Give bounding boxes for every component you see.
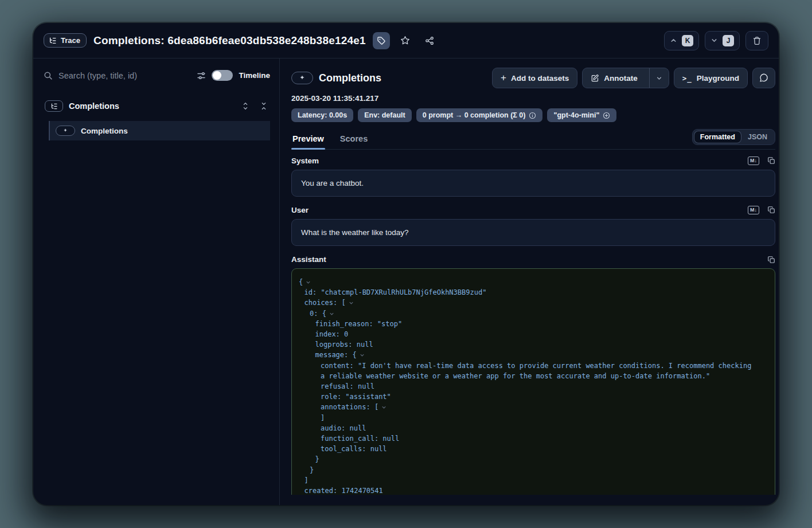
tab-preview[interactable]: Preview (291, 131, 325, 149)
toggle-knob (213, 71, 221, 80)
json-line: function_call: null (299, 433, 752, 444)
add-to-datasets-button[interactable]: + Add to datasets (492, 68, 577, 88)
json-line: ] (299, 475, 752, 486)
page-title: Completions: 6dea86b6feae03db538e248b38e… (93, 34, 366, 47)
plus-circle-icon (603, 112, 610, 119)
json-line: choices: [ (299, 298, 752, 308)
collapse-chevron-icon[interactable] (306, 280, 311, 285)
observation-timestamp: 2025-03-20 11:35:41.217 (291, 94, 775, 103)
share-button[interactable] (421, 32, 438, 49)
tree-controls (240, 101, 269, 111)
latency-badge: Latency: 0.00s (291, 108, 353, 122)
prev-trace-button[interactable]: K (664, 31, 699, 50)
info-icon (529, 112, 536, 119)
shortcut-key-k: K (682, 35, 693, 46)
json-line: { (299, 277, 752, 287)
json-line: created: 1742470541 (299, 486, 752, 495)
tag-icon (377, 36, 386, 45)
json-line: id: "chatcmpl-BD7XRulRhULb7NjGfeOkhN3BB9… (299, 287, 752, 298)
tree-children: Completions (49, 121, 270, 140)
next-trace-button[interactable]: J (705, 31, 740, 50)
trace-badge-label: Trace (61, 36, 80, 45)
annotate-button[interactable]: Annotate (583, 68, 645, 88)
tree-root-label: Completions (69, 101, 119, 111)
user-message-box: What is the weather like today? (291, 219, 775, 246)
filter-sliders-icon[interactable] (197, 71, 206, 80)
model-badge[interactable]: "gpt-4o-mini" (547, 108, 616, 122)
star-icon (400, 36, 410, 45)
plus-icon: + (501, 73, 506, 83)
tabs-row: Preview Scores Formatted JSON (291, 129, 775, 150)
view-mode-json[interactable]: JSON (742, 131, 773, 143)
playground-button[interactable]: >_ Playground (674, 68, 748, 88)
tree-root-row[interactable]: Completions (44, 98, 270, 114)
timeline-toggle[interactable] (212, 70, 233, 81)
detail-scroll-area[interactable]: Completions + Add to datasets (280, 58, 779, 495)
markdown-toggle-icon[interactable]: M↓ (748, 206, 759, 214)
expand-all-icon[interactable] (240, 101, 251, 111)
view-mode-formatted[interactable]: Formatted (694, 131, 741, 143)
json-line: audio: null (299, 423, 752, 433)
header-actions: + Add to datasets (492, 68, 775, 88)
view-mode-toggle: Formatted JSON (692, 129, 775, 145)
topbar-actions: K J (664, 31, 768, 50)
collapse-chevron-icon[interactable] (349, 300, 354, 306)
system-section-header: System M↓ (291, 157, 775, 165)
token-usage-badge[interactable]: 0 prompt → 0 completion (Σ 0) (416, 108, 543, 122)
tab-scores[interactable]: Scores (339, 131, 369, 149)
timeline-label: Timeline (239, 71, 270, 80)
collapse-chevron-icon[interactable] (360, 353, 365, 358)
json-line: index: 0 (299, 329, 752, 339)
sidebar-search-row: Timeline (44, 70, 270, 81)
detail-header: Completions + Add to datasets (291, 68, 775, 88)
tree-icon (49, 37, 57, 45)
comments-button[interactable] (752, 68, 775, 88)
json-line: } (299, 454, 752, 464)
star-button[interactable] (397, 32, 414, 49)
shortcut-key-j: J (723, 35, 734, 46)
search-input[interactable] (58, 71, 191, 80)
json-line: content: "I don't have real-time data ac… (299, 361, 752, 381)
section-title-assistant: Assistant (291, 255, 326, 264)
environment-badge: Env: default (358, 108, 412, 122)
trash-icon (752, 36, 762, 45)
json-line: finish_reason: "stop" (299, 319, 752, 329)
user-section-header: User M↓ (291, 206, 775, 214)
collapse-chevron-icon[interactable] (329, 311, 334, 316)
json-line: refusal: null (299, 381, 752, 392)
json-line: message: { (299, 350, 752, 360)
observation-detail-panel: Completions + Add to datasets (280, 58, 779, 505)
markdown-toggle-icon[interactable]: M↓ (748, 157, 759, 165)
collapse-chevron-icon[interactable] (381, 405, 387, 410)
section-title-user: User (291, 206, 309, 214)
app-window: Trace Completions: 6dea86b6feae03db538e2… (33, 23, 779, 505)
json-line: tool_calls: null (299, 444, 752, 454)
annotate-dropdown-caret[interactable] (649, 68, 669, 88)
terminal-icon: >_ (682, 74, 692, 83)
tag-button[interactable] (373, 32, 390, 49)
comment-bubble-icon (759, 73, 768, 83)
trace-tree-icon (45, 100, 63, 112)
assistant-json-viewer: { id: "chatcmpl-BD7XRulRhULb7NjGfeOkhN3B… (291, 268, 775, 495)
tree-item-label: Completions (81, 127, 128, 135)
delete-trace-button[interactable] (745, 31, 768, 50)
copy-icon[interactable] (767, 206, 775, 214)
annotate-split-button: Annotate (582, 68, 669, 88)
copy-icon[interactable] (767, 256, 775, 264)
trace-type-badge: Trace (44, 33, 87, 48)
json-line: logprobs: null (299, 339, 752, 350)
collapse-all-icon[interactable] (259, 101, 269, 111)
copy-icon[interactable] (767, 157, 775, 165)
json-line: 0: { (299, 308, 752, 319)
section-title-system: System (291, 157, 319, 165)
assistant-section-header: Assistant (291, 255, 775, 264)
generation-icon (291, 72, 313, 84)
tree-item-completions-selected[interactable]: Completions (50, 121, 270, 140)
json-line: ] (299, 413, 752, 423)
json-line: } (299, 465, 752, 475)
system-message-box: You are a chatbot. (291, 170, 775, 197)
trace-tree-sidebar: Timeline Completions (33, 58, 280, 505)
generation-icon (56, 126, 75, 136)
metadata-badges: Latency: 0.00s Env: default 0 prompt → 0… (291, 108, 775, 122)
observation-title: Completions (319, 72, 381, 84)
